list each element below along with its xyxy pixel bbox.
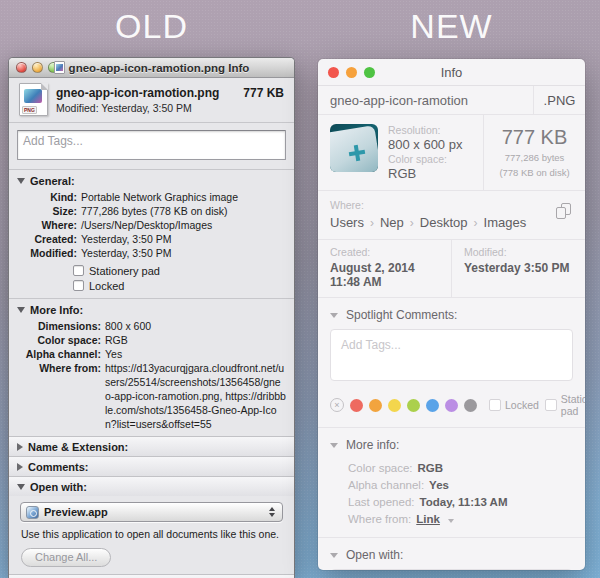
locked-label: Locked	[89, 280, 124, 292]
tag-color-dot[interactable]	[388, 399, 401, 412]
size-value: 777 KB	[502, 126, 568, 149]
spotlight-section: Spotlight Comments: × Locked S	[318, 298, 585, 428]
file-modified: Modified: Yesterday, 3:50 PM	[56, 102, 284, 114]
more-info-section: More info: Color space: RGB Alpha channe…	[318, 428, 585, 538]
old-window-title: gneo-app-icon-ramotion.png Info	[69, 62, 250, 74]
stationery-pad-checkbox[interactable]	[73, 265, 84, 276]
open-with-section-header[interactable]: Open with:	[9, 476, 294, 496]
stationery-pad-option[interactable]: Stationery pad	[73, 263, 294, 278]
name-extension-section-header[interactable]: Name & Extension:	[9, 436, 294, 456]
file-summary: PNG gneo-app-icon-ramotion.png 777 KB Mo…	[9, 78, 294, 123]
breadcrumb-nep[interactable]: Nep	[380, 215, 404, 230]
minimize-button[interactable]	[346, 67, 357, 78]
general-section-label: General:	[30, 175, 75, 187]
new-heading: NEW	[318, 7, 585, 46]
tags-input[interactable]	[17, 130, 286, 160]
disclosure-closed-icon	[17, 463, 23, 471]
preview-section-header[interactable]: Preview:	[9, 574, 294, 578]
zoom-button[interactable]	[364, 67, 375, 78]
change-all-button[interactable]: Change All...	[21, 548, 111, 567]
general-section-header[interactable]: General:	[9, 173, 294, 190]
open-with-description: Use this application to open all documen…	[21, 528, 282, 541]
old-titlebar[interactable]: gneo-app-icon-ramotion.png Info	[9, 58, 294, 78]
row-label: Size:	[17, 204, 81, 218]
row-label: Alpha channel:	[17, 347, 105, 361]
popup-stepper-icon	[265, 507, 278, 517]
info-row: Alpha channel: Yes	[330, 476, 573, 493]
info-row: Color space: RGB	[330, 459, 573, 476]
locked-option[interactable]: Locked	[73, 278, 294, 293]
row-value: Yesterday, 3:50 PM	[81, 246, 286, 260]
info-row: Created: Yesterday, 3:50 PM	[9, 232, 294, 246]
chevron-down-icon	[448, 519, 454, 523]
open-with-select[interactable]: Preview	[330, 569, 573, 570]
clear-tag-icon[interactable]: ×	[330, 398, 344, 412]
tag-color-dot[interactable]	[350, 399, 363, 412]
png-file-icon: PNG	[19, 83, 48, 116]
tag-color-dot[interactable]	[407, 399, 420, 412]
info-row: Size: 777,286 bytes (778 KB on disk)	[9, 204, 294, 218]
row-label: Where:	[17, 218, 81, 232]
tag-color-dot[interactable]	[369, 399, 382, 412]
row-value: /Users/Nep/Desktop/Images	[81, 218, 286, 232]
plus-icon	[348, 144, 366, 162]
file-summary-text: gneo-app-icon-ramotion.png 777 KB Modifi…	[56, 86, 284, 114]
spotlight-section-header[interactable]: Spotlight Comments:	[330, 307, 573, 329]
open-with-body: Preview.app Use this application to open…	[9, 496, 294, 574]
extension-badge: .PNG	[533, 86, 585, 114]
open-with-popup[interactable]: Preview.app	[20, 502, 283, 522]
comments-section-header[interactable]: Comments:	[9, 456, 294, 476]
close-button[interactable]	[328, 67, 339, 78]
tag-color-dot[interactable]	[445, 399, 458, 412]
breadcrumb-desktop[interactable]: Desktop	[420, 215, 468, 230]
open-with-section-header[interactable]: Open with:	[330, 547, 573, 569]
breadcrumb-images[interactable]: Images	[484, 215, 527, 230]
created-value: August 2, 2014 11:48 AM	[330, 261, 439, 289]
row-label: Kind:	[17, 190, 81, 204]
modified-value: Yesterday 3:50 PM	[464, 261, 573, 275]
where-from-row: Where from: Link	[330, 510, 573, 527]
tag-color-dot[interactable]	[426, 399, 439, 412]
locked-checkbox[interactable]	[73, 280, 84, 291]
document-icon	[54, 61, 65, 74]
info-row: Alpha channel: Yes	[9, 347, 294, 361]
chevron-separator-icon: ›	[410, 216, 414, 230]
row-label: Dimensions:	[17, 319, 105, 333]
old-info-window: gneo-app-icon-ramotion.png Info PNG gneo…	[8, 57, 295, 578]
row-label: Where from:	[17, 361, 105, 431]
more-info-section-header[interactable]: More Info:	[9, 302, 294, 319]
stationery-pad-checkbox[interactable]	[545, 399, 557, 411]
stationery-pad-option[interactable]: Stationery pad	[545, 393, 585, 417]
new-titlebar[interactable]: Info	[318, 59, 585, 86]
minimize-button[interactable]	[32, 62, 43, 73]
locked-checkbox[interactable]	[489, 399, 501, 411]
dates-row: Created: August 2, 2014 11:48 AM Modifie…	[318, 240, 585, 298]
info-row: Last opened: Today, 11:13 AM	[330, 493, 573, 510]
disclosure-open-icon	[17, 178, 25, 184]
where-from-link[interactable]: Link	[416, 513, 440, 525]
size-bytes: 777,286 bytes	[505, 152, 565, 164]
where-row: Where: Users › Nep › Desktop › Images	[318, 191, 585, 240]
tags-input[interactable]	[330, 329, 573, 381]
tag-color-dot[interactable]	[464, 399, 477, 412]
row-value: 800 x 600	[105, 319, 286, 333]
preview-app-icon	[26, 506, 39, 519]
more-info-section-header[interactable]: More info:	[330, 437, 573, 459]
locked-option[interactable]: Locked	[489, 399, 539, 411]
close-button[interactable]	[16, 62, 27, 73]
filename-field[interactable]: gneo-app-icon-ramotion	[318, 86, 533, 114]
resolution-value: 800 x 600 px	[388, 137, 462, 152]
tag-bar: × Locked Stationery pad	[330, 393, 573, 417]
row-value: 777,286 bytes (778 KB on disk)	[81, 204, 286, 218]
summary-left: Resolution: 800 x 600 px Color space: RG…	[318, 115, 483, 190]
row-label: Created:	[17, 232, 81, 246]
disclosure-closed-icon	[17, 443, 23, 451]
more-info-section: More Info: Dimensions: 800 x 600 Color s…	[9, 298, 294, 436]
row-label: Modified:	[17, 246, 81, 260]
where-from-urls[interactable]: https://d13yacurqjgara.cloudfront.net/us…	[105, 361, 286, 431]
copy-path-icon[interactable]	[556, 203, 573, 221]
breadcrumb-users[interactable]: Users	[330, 215, 364, 230]
row-value: Today, 11:13 AM	[420, 496, 508, 508]
row-value: Yes	[429, 479, 449, 491]
row-label: Alpha channel:	[348, 479, 424, 491]
